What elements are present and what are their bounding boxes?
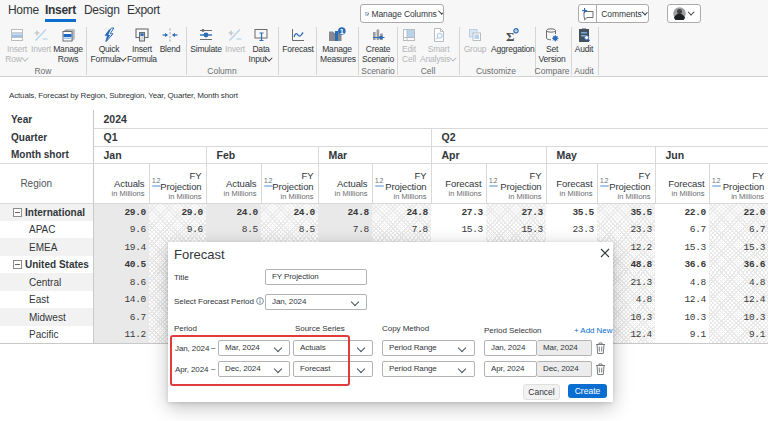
svg-text:Σ: Σ <box>506 29 515 44</box>
svg-text:1: 1 <box>340 27 344 36</box>
